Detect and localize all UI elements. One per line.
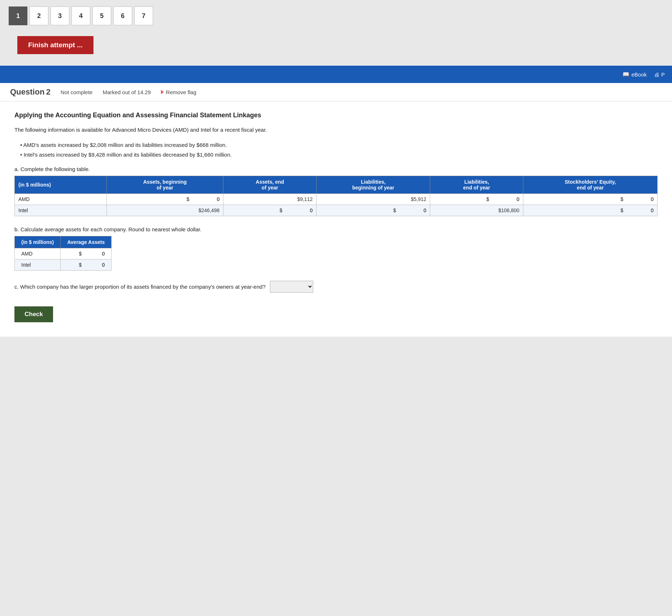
company-intel: Intel: [15, 205, 107, 216]
amd-assets-end-cell: $9,112: [223, 194, 317, 205]
tb-amd-company: AMD: [15, 248, 61, 259]
tb-intel-dollar: $: [79, 262, 82, 268]
intel-assets-beg-cell: $246,498: [106, 205, 223, 216]
bullet-intel: Intel's assets increased by $9,428 milli…: [18, 150, 658, 160]
intel-liab-beg-dollar: $: [393, 207, 396, 213]
amd-equity-dollar: $: [620, 196, 623, 202]
table-row-intel: Intel $246,498 $ $ $106,800 $: [15, 205, 658, 216]
nav-tab-7[interactable]: 7: [134, 6, 153, 25]
nav-tab-6[interactable]: 6: [113, 6, 132, 25]
question-intro: The following information is available f…: [14, 126, 658, 134]
tb-intel-input[interactable]: [83, 262, 105, 268]
part-c-row: c. Which company has the larger proporti…: [14, 281, 658, 293]
nav-tab-5[interactable]: 5: [92, 6, 111, 25]
intel-assets-end-input[interactable]: [284, 207, 313, 213]
nav-tab-1[interactable]: 1: [9, 6, 27, 25]
intel-liab-beg-cell[interactable]: $: [317, 205, 430, 216]
amd-liab-end-dollar: $: [486, 196, 489, 202]
question-num-value: 2: [46, 87, 51, 96]
print-icon: 🖨: [654, 71, 659, 78]
table-b: (in $ millions) Average Assets AMD $ Int…: [14, 236, 112, 271]
part-a-label: a. Complete the following table.: [14, 166, 658, 172]
part-b-label: b. Calculate average assets for each com…: [14, 226, 658, 232]
tb-intel-company: Intel: [15, 259, 61, 271]
question-meta: Question 2 Not complete Marked out of 14…: [0, 83, 672, 101]
remove-flag-button[interactable]: Remove flag: [161, 89, 196, 95]
table-a: (in $ millions) Assets, beginningof year…: [14, 176, 658, 216]
tb-amd-dollar: $: [79, 251, 82, 257]
flag-icon: [161, 90, 164, 94]
ebook-icon: 📖: [623, 71, 629, 78]
nav-tab-4[interactable]: 4: [71, 6, 90, 25]
question-status: Not complete: [61, 89, 92, 95]
tb-row-amd: AMD $: [15, 248, 112, 259]
tb-amd-input[interactable]: [83, 251, 105, 257]
tb-amd-value-cell[interactable]: $: [61, 248, 112, 259]
tb-row-intel: Intel $: [15, 259, 112, 271]
intel-equity-input[interactable]: [625, 207, 654, 213]
amd-assets-beg-dollar: $: [187, 196, 189, 202]
print-label: P: [661, 71, 665, 78]
amd-liab-beg-cell: $5,912: [317, 194, 430, 205]
question-label-text: Question: [10, 87, 44, 96]
main-content: Applying the Accounting Equation and Ass…: [0, 101, 672, 337]
amd-assets-beg-cell[interactable]: $: [106, 194, 223, 205]
question-title: Applying the Accounting Equation and Ass…: [14, 112, 658, 119]
bullet-amd: AMD's assets increased by $2,008 million…: [18, 140, 658, 150]
tb-avg-assets-header: Average Assets: [61, 236, 112, 248]
amd-liab-end-input[interactable]: [490, 196, 519, 202]
question-marked: Marked out of 14.29: [102, 89, 150, 95]
amd-equity-input[interactable]: [625, 196, 654, 202]
table-row-amd: AMD $ $9,112 $5,912 $ $: [15, 194, 658, 205]
th-equity: Stockholders' Equity,end of year: [523, 176, 658, 194]
bullet-list: AMD's assets increased by $2,008 million…: [18, 140, 658, 160]
intel-liab-end-cell: $106,800: [430, 205, 523, 216]
company-amd: AMD: [15, 194, 107, 205]
th-assets-beg: Assets, beginningof year: [106, 176, 223, 194]
intel-equity-dollar: $: [620, 207, 623, 213]
check-button[interactable]: Check: [14, 306, 53, 322]
question-number-label: Question 2: [10, 87, 51, 97]
print-button[interactable]: 🖨 P: [654, 71, 665, 78]
intel-equity-cell[interactable]: $: [523, 205, 658, 216]
th-liab-end: Liabilities,end of year: [430, 176, 523, 194]
remove-flag-label: Remove flag: [166, 89, 196, 95]
part-c-label: c. Which company has the larger proporti…: [14, 284, 266, 290]
intel-assets-end-cell[interactable]: $: [223, 205, 317, 216]
intel-liab-beg-input[interactable]: [397, 207, 426, 213]
amd-liab-end-cell[interactable]: $: [430, 194, 523, 205]
amd-equity-cell[interactable]: $: [523, 194, 658, 205]
finish-attempt-button[interactable]: Finish attempt ...: [17, 36, 93, 54]
ebook-label: eBook: [631, 71, 647, 78]
tb-intel-value-cell[interactable]: $: [61, 259, 112, 271]
nav-tabs: 1 2 3 4 5 6 7: [0, 0, 672, 25]
nav-tab-3[interactable]: 3: [51, 6, 69, 25]
part-c-select[interactable]: AMD Intel: [270, 281, 313, 293]
tb-company-header: (in $ millions): [15, 236, 61, 248]
th-liab-beg: Liabilities,beginning of year: [317, 176, 430, 194]
th-company: (in $ millions): [15, 176, 107, 194]
nav-tab-2[interactable]: 2: [30, 6, 48, 25]
ebook-button[interactable]: 📖 eBook: [623, 71, 647, 78]
amd-assets-beg-input[interactable]: [191, 196, 219, 202]
intel-assets-end-dollar: $: [280, 207, 283, 213]
blue-bar: 📖 eBook 🖨 P: [0, 66, 672, 83]
th-assets-end: Assets, endof year: [223, 176, 317, 194]
